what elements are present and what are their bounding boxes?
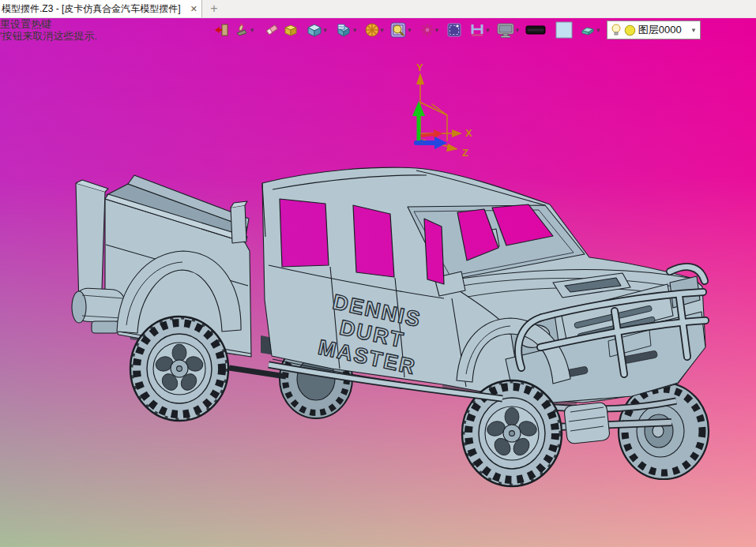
- tab-close-icon[interactable]: ✕: [190, 4, 197, 14]
- box-plane-dropdown-caret[interactable]: ▾: [353, 21, 357, 39]
- yellow-box-button[interactable]: [283, 21, 299, 39]
- zoom-box-icon: [389, 21, 407, 39]
- cube-icon: [306, 21, 323, 39]
- eraser-icon: [265, 23, 279, 37]
- display-dropdown-caret[interactable]: ▾: [516, 21, 520, 39]
- line-width-button[interactable]: [525, 21, 546, 39]
- color-swatch-button[interactable]: [555, 21, 573, 39]
- viewport-toolbar: ▾ ▾ ▾: [214, 20, 701, 40]
- h-beam-dropdown-caret[interactable]: ▾: [486, 21, 490, 39]
- exit-icon: [214, 22, 230, 38]
- layer-dropdown-caret[interactable]: ▾: [692, 21, 696, 39]
- pattern-flower-dropdown-caret[interactable]: ▾: [435, 21, 439, 39]
- document-tab[interactable]: 模型摆件.Z3 - [皮卡仿真合金汽车模型摆件] ✕: [0, 0, 202, 17]
- exit-button[interactable]: [214, 21, 230, 39]
- eraser-button[interactable]: [265, 21, 279, 39]
- hotkey-hand-icon: [234, 22, 250, 38]
- hotkey-hand-button[interactable]: [234, 21, 250, 39]
- wheel-dropdown-caret[interactable]: ▾: [381, 21, 385, 39]
- tab-bar: 模型摆件.Z3 - [皮卡仿真合金汽车模型摆件] ✕ +: [0, 0, 756, 18]
- h-beam-icon: [469, 22, 485, 38]
- zoom-box-button[interactable]: [389, 21, 407, 39]
- axis-label-y: Y: [416, 62, 423, 73]
- wheel-button[interactable]: [364, 21, 380, 39]
- hint-line-1: 里设置热键: [0, 18, 97, 30]
- layer-selector[interactable]: 图层0000 ▾: [607, 21, 701, 39]
- line-width-icon: [525, 24, 546, 36]
- cube-dropdown-caret[interactable]: ▾: [324, 21, 328, 39]
- select-region-icon: [446, 22, 462, 38]
- new-tab-button[interactable]: +: [202, 0, 226, 17]
- select-region-button[interactable]: [446, 21, 462, 39]
- hint-line-2: '按钮来取消这些提示.: [0, 30, 97, 42]
- box-plane-button[interactable]: [335, 21, 352, 39]
- zoom-box-dropdown-caret[interactable]: ▾: [408, 21, 412, 39]
- display-button[interactable]: [496, 21, 515, 39]
- pattern-flower-icon: [420, 23, 434, 37]
- axis-label-x: X: [465, 127, 472, 139]
- eraser-3d-dropdown-caret[interactable]: ▾: [596, 21, 600, 39]
- rear-left-wheel: [130, 317, 228, 421]
- axis-label-z: Z: [462, 147, 468, 159]
- layer-selector-value: 图层0000: [638, 23, 682, 37]
- display-icon: [496, 21, 515, 39]
- eraser-3d-button[interactable]: [580, 21, 596, 39]
- front-right-wheel: [619, 383, 709, 479]
- cube-button[interactable]: [306, 21, 323, 39]
- wheel-icon: [364, 22, 380, 38]
- layer-bulb-icon: [611, 23, 622, 37]
- yellow-box-icon: [283, 22, 299, 38]
- tab-title: 模型摆件.Z3 - [皮卡仿真合金汽车模型摆件]: [2, 2, 187, 16]
- 3d-viewport[interactable]: Y X Z: [0, 17, 756, 547]
- h-beam-button[interactable]: [469, 21, 485, 39]
- pattern-flower-button[interactable]: [420, 21, 434, 39]
- hotkey-dropdown-caret[interactable]: ▾: [250, 21, 254, 39]
- hint-overlay: 里设置热键 '按钮来取消这些提示.: [0, 18, 97, 42]
- scene-canvas[interactable]: Y X Z: [0, 17, 756, 547]
- eraser-3d-icon: [580, 22, 596, 38]
- layer-color-icon: [624, 24, 636, 36]
- color-swatch-icon: [555, 21, 573, 39]
- box-plane-icon: [335, 21, 352, 39]
